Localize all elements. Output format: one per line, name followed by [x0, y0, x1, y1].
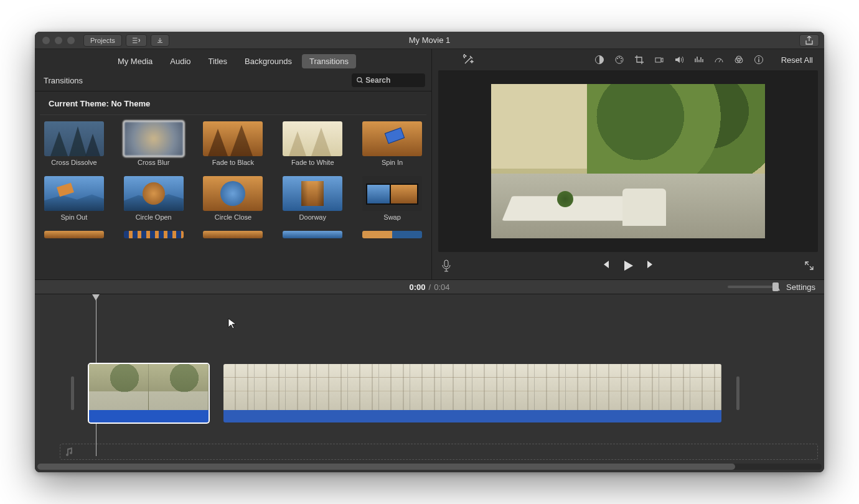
browser-tabs: My MediaAudioTitlesBackgroundsTransition…: [35, 49, 431, 70]
tab-audio[interactable]: Audio: [162, 54, 198, 68]
transition-peek[interactable]: [120, 231, 188, 238]
media-browser: My MediaAudioTitlesBackgroundsTransition…: [35, 49, 432, 279]
transition-circle-close[interactable]: Circle Close: [199, 176, 268, 221]
tab-backgrounds[interactable]: Backgrounds: [237, 54, 299, 68]
transition-thumbnail: [124, 176, 184, 211]
clip-trim-handle-right[interactable]: [736, 376, 739, 410]
settings-button[interactable]: Settings: [786, 282, 815, 292]
transition-thumbnail: [44, 231, 104, 238]
crop-icon: [634, 55, 644, 65]
color-balance-button[interactable]: [591, 53, 608, 67]
speaker-icon: [674, 55, 684, 65]
transition-label: Spin In: [382, 159, 403, 166]
color-correction-button[interactable]: [611, 53, 628, 67]
transition-peek[interactable]: [358, 231, 426, 238]
clip-trim-handle-left[interactable]: [71, 376, 74, 410]
preview-viewport[interactable]: [438, 70, 818, 252]
play-button[interactable]: [622, 259, 634, 272]
voiceover-button[interactable]: [442, 259, 451, 272]
tab-titles[interactable]: Titles: [201, 54, 235, 68]
palette-icon: [614, 55, 624, 65]
browser-section-title: Transitions: [44, 76, 83, 85]
noise-reduction-button[interactable]: [690, 53, 708, 67]
mouse-cursor: [228, 318, 237, 329]
search-field[interactable]: [352, 73, 425, 87]
transition-peek[interactable]: [278, 231, 347, 238]
prev-button[interactable]: [601, 259, 611, 272]
transition-thumbnail: [124, 121, 184, 156]
transition-spin-in[interactable]: Spin In: [358, 121, 426, 166]
crop-button[interactable]: [631, 53, 648, 67]
color-filter-button[interactable]: [730, 53, 748, 67]
speed-button[interactable]: [710, 53, 728, 67]
volume-button[interactable]: [670, 53, 688, 67]
clip-track: [71, 364, 739, 422]
minimize-window-button[interactable]: [55, 37, 62, 44]
transition-label: Cross Dissolve: [51, 159, 96, 166]
transition-label: Cross Blur: [138, 159, 169, 166]
svg-point-0: [357, 78, 362, 82]
timeline-zoom-slider[interactable]: [728, 286, 777, 288]
transition-cross-dissolve[interactable]: Cross Dissolve: [40, 121, 108, 166]
close-window-button[interactable]: [42, 37, 50, 44]
library-list-button[interactable]: [126, 34, 147, 47]
svg-point-4: [619, 57, 620, 58]
transition-label: Doorway: [299, 213, 326, 221]
tab-my-media[interactable]: My Media: [110, 54, 160, 68]
transition-thumbnail: [203, 121, 263, 156]
svg-point-5: [621, 58, 622, 59]
timeline-scrollbar[interactable]: [37, 464, 822, 470]
current-theme-label: Current Theme: No Theme: [40, 91, 426, 115]
transition-peek[interactable]: [199, 231, 268, 238]
preview-panel: Reset All: [432, 49, 824, 279]
transition-label: Spin Out: [60, 213, 87, 221]
next-button[interactable]: [645, 259, 655, 272]
skip-back-icon: [601, 259, 611, 269]
transition-thumbnail: [362, 231, 422, 238]
import-button[interactable]: [151, 34, 169, 47]
clip-audio-strip[interactable]: [89, 410, 209, 422]
projects-button[interactable]: Projects: [83, 34, 122, 47]
transition-thumbnail: [44, 121, 104, 156]
transition-doorway[interactable]: Doorway: [278, 176, 347, 221]
transition-thumbnail: [124, 231, 184, 238]
audio-track[interactable]: [60, 444, 818, 460]
time-display-bar: 0:00 / 0:04 Settings: [35, 279, 824, 294]
transition-peek[interactable]: [40, 231, 108, 238]
search-icon: [357, 77, 363, 84]
transport-bar: [432, 252, 824, 279]
total-duration: 0:04: [434, 282, 449, 292]
transition-fade-to-white[interactable]: Fade to White: [278, 121, 347, 166]
reset-all-button[interactable]: Reset All: [781, 55, 813, 65]
transition-fade-to-black[interactable]: Fade to Black: [199, 121, 268, 166]
video-clip-1[interactable]: [89, 364, 209, 422]
transition-label: Swap: [383, 213, 401, 221]
app-window: Projects My Movie 1 My MediaAudioTitlesB…: [35, 32, 824, 472]
search-input[interactable]: [365, 76, 420, 85]
transition-spin-out[interactable]: Spin Out: [40, 176, 108, 221]
transition-swap[interactable]: Swap: [358, 176, 426, 221]
transition-thumbnail: [283, 231, 342, 238]
tab-transitions[interactable]: Transitions: [302, 54, 356, 68]
transition-cross-blur[interactable]: Cross Blur: [120, 121, 188, 166]
transition-thumbnail: [362, 121, 422, 156]
viewer-toolbar: Reset All: [432, 49, 824, 70]
camera-icon: [654, 55, 664, 65]
transition-label: Circle Close: [215, 213, 251, 221]
transition-label: Fade to White: [291, 159, 334, 166]
fullscreen-button[interactable]: [804, 261, 814, 271]
time-separator: /: [429, 282, 431, 292]
share-button[interactable]: [799, 34, 819, 47]
enhance-button[interactable]: [463, 54, 474, 65]
video-clip-2[interactable]: [223, 364, 721, 422]
transition-circle-open[interactable]: Circle Open: [120, 176, 188, 221]
svg-point-6: [621, 60, 622, 62]
stabilization-button[interactable]: [650, 53, 668, 67]
clip-audio-strip[interactable]: [223, 410, 721, 422]
info-button[interactable]: [750, 53, 767, 67]
svg-point-12: [758, 57, 759, 58]
zoom-window-button[interactable]: [67, 37, 75, 44]
timeline[interactable]: [35, 294, 824, 472]
microphone-icon: [442, 259, 451, 272]
info-icon: [754, 55, 764, 65]
